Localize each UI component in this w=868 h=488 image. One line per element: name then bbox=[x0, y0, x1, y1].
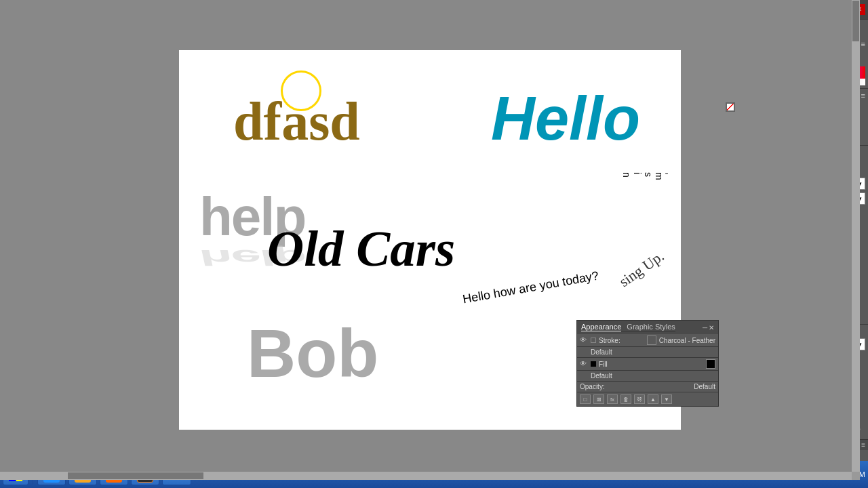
canvas-text-vertical[interactable]: ,msin bbox=[621, 172, 675, 184]
fill-eye-icon[interactable]: 👁 bbox=[580, 360, 588, 368]
stroke-label: Stroke: bbox=[599, 337, 644, 344]
canvas-text-oldcars[interactable]: Old Cars bbox=[267, 220, 455, 278]
stroke-appearance-row: 👁 Stroke: Charcoal - Feather bbox=[577, 334, 718, 347]
popup-close[interactable]: ✕ bbox=[709, 324, 714, 331]
swatch-none[interactable] bbox=[726, 102, 735, 112]
appearance-popup: Appearance Graphic Styles ─ ✕ 👁 Stroke: … bbox=[576, 320, 719, 407]
appearance-popup-footer: □ ⊠ fx 🗑 ⛓ ▲ ▼ bbox=[577, 392, 718, 406]
opacity-appearance-row: Opacity: Default bbox=[577, 382, 718, 392]
scrollbar-horizontal[interactable] bbox=[0, 472, 852, 480]
fill-default-row: Default bbox=[577, 371, 718, 382]
appearance-tab[interactable]: Appearance bbox=[581, 323, 621, 331]
fill-label: Fill bbox=[599, 361, 703, 368]
stroke-pattern[interactable] bbox=[647, 336, 656, 345]
application-window: Ai File Edit Object Type Select Effect V… bbox=[0, 0, 868, 488]
appearance-tabs: Appearance Graphic Styles bbox=[581, 323, 675, 332]
delete-btn[interactable]: 🗑 bbox=[620, 394, 631, 404]
link-btn[interactable]: ⛓ bbox=[634, 394, 645, 404]
graphic-styles-tab[interactable]: Graphic Styles bbox=[627, 323, 675, 331]
eye-icon[interactable]: 👁 bbox=[580, 336, 588, 344]
scrollbar-corner bbox=[852, 472, 860, 480]
color-panel-options[interactable]: ≡ bbox=[861, 40, 865, 48]
canvas-area[interactable]: dfasd Hello help help Old Cars Bob Hello… bbox=[0, 0, 860, 480]
canvas-text-hello[interactable]: Hello bbox=[491, 84, 640, 154]
fill-swatch-popup[interactable] bbox=[706, 359, 715, 369]
fill-opacity-label: Default bbox=[580, 372, 715, 380]
popup-minimize[interactable]: ─ bbox=[703, 324, 707, 331]
opacity-appearance-value: Default bbox=[694, 383, 715, 390]
stroke-default-row: Default bbox=[577, 347, 718, 358]
fill-appearance-row: 👁 Fill bbox=[577, 358, 718, 371]
canvas-text-cursive[interactable]: sing Up. bbox=[616, 247, 668, 291]
canvas-text-dfasd[interactable]: dfasd bbox=[233, 91, 360, 152]
scroll-thumb-vertical[interactable] bbox=[852, 1, 859, 41]
swatches-options[interactable]: ≡ bbox=[861, 92, 865, 100]
canvas-text-hello2[interactable]: Hello how are you today? bbox=[462, 269, 600, 307]
move-up-btn[interactable]: ▲ bbox=[648, 394, 658, 404]
scrollbar-vertical[interactable] bbox=[852, 0, 860, 472]
fx-btn[interactable]: fx bbox=[607, 394, 618, 404]
appearance-popup-header: Appearance Graphic Styles ─ ✕ bbox=[577, 321, 718, 334]
options-icon[interactable]: ≡ bbox=[861, 441, 865, 449]
move-down-btn[interactable]: ▼ bbox=[661, 394, 672, 404]
popup-controls: ─ ✕ bbox=[703, 324, 714, 331]
opacity-appearance-label: Opacity: bbox=[580, 383, 691, 390]
stroke-value: Charcoal - Feather bbox=[659, 337, 715, 344]
mid-section: ↖ ↙ ✦ ⌇ ✒ T ╱ □ 🖌 ✏ ↺ ⇔ bbox=[0, 37, 868, 461]
canvas-text-bob[interactable]: Bob bbox=[247, 314, 378, 392]
fill-indicator[interactable] bbox=[591, 361, 596, 367]
stroke-opacity-label: Default bbox=[580, 348, 715, 356]
stroke-indicator bbox=[591, 338, 596, 343]
scroll-thumb-horizontal[interactable] bbox=[68, 472, 203, 479]
add-layer-btn[interactable]: □ bbox=[580, 394, 591, 404]
clear-btn[interactable]: ⊠ bbox=[593, 394, 604, 404]
